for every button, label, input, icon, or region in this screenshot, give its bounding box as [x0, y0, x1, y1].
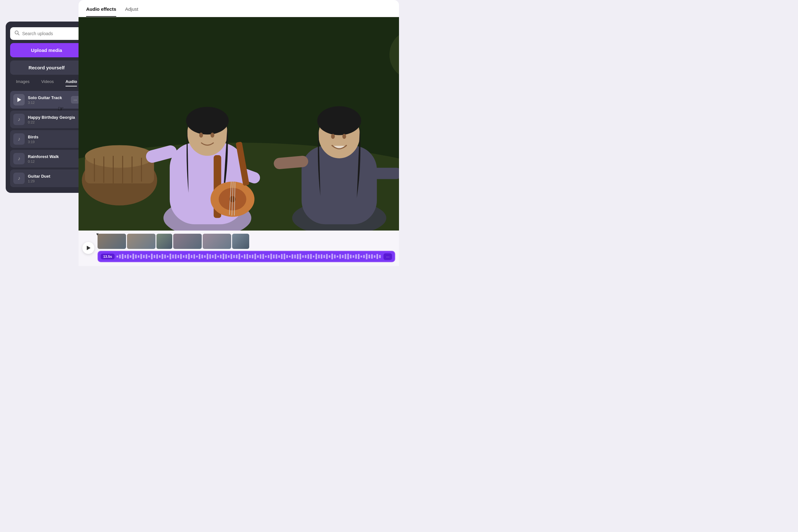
svg-rect-83 — [230, 254, 232, 259]
svg-rect-90 — [249, 255, 250, 258]
svg-rect-110 — [302, 255, 304, 258]
film-thumb — [97, 234, 126, 249]
svg-rect-134 — [366, 254, 367, 259]
audio-info: Birds 3:19 — [28, 135, 80, 144]
search-input[interactable] — [22, 31, 78, 36]
search-box[interactable] — [10, 27, 83, 40]
svg-rect-102 — [281, 254, 283, 259]
svg-rect-122 — [334, 254, 335, 259]
timeline-play-button[interactable] — [82, 242, 94, 254]
svg-rect-42 — [121, 254, 123, 259]
svg-point-21 — [186, 107, 229, 134]
list-item[interactable]: Solo Guitar Track 3:12 ··· ☞ — [10, 91, 83, 109]
film-thumb — [203, 234, 231, 249]
music-note-icon: ♪ — [13, 133, 25, 145]
svg-rect-132 — [360, 255, 362, 258]
svg-rect-88 — [244, 254, 245, 259]
svg-rect-107 — [294, 254, 296, 259]
timeline-wrapper: 13.5s — [97, 234, 395, 262]
svg-rect-44 — [127, 254, 129, 259]
audio-duration: 3:19 — [28, 140, 80, 144]
svg-rect-64 — [180, 254, 182, 259]
svg-rect-35 — [370, 168, 399, 179]
svg-rect-128 — [350, 254, 352, 259]
tab-audio-effects[interactable]: Audio effects — [86, 6, 116, 17]
timeline-area: ♥ 13.5s — [78, 230, 399, 266]
svg-rect-101 — [278, 255, 280, 258]
svg-point-39 — [342, 134, 346, 139]
svg-rect-111 — [305, 255, 306, 258]
svg-rect-127 — [347, 254, 349, 259]
right-tabs: Audio effects Adjust — [78, 0, 399, 17]
right-panel: Audio effects Adjust — [78, 0, 399, 266]
audio-duration: 3:12 — [28, 101, 68, 104]
svg-rect-73 — [204, 255, 206, 258]
svg-rect-125 — [342, 255, 344, 258]
svg-point-38 — [331, 134, 335, 139]
svg-rect-47 — [135, 254, 136, 259]
tab-videos[interactable]: Videos — [41, 79, 54, 87]
svg-rect-75 — [209, 254, 211, 259]
audio-duration: 0:22 — [28, 120, 80, 124]
svg-rect-61 — [172, 254, 173, 259]
music-note-icon: ♪ — [13, 114, 25, 125]
svg-rect-97 — [268, 255, 269, 258]
svg-rect-96 — [265, 255, 267, 258]
media-type-tabs: Images Videos Audio — [10, 79, 83, 87]
svg-rect-131 — [358, 254, 359, 259]
svg-rect-54 — [154, 255, 155, 258]
svg-rect-69 — [193, 254, 195, 259]
tab-images[interactable]: Images — [16, 79, 30, 87]
audio-name: Birds — [28, 135, 80, 139]
svg-rect-70 — [196, 255, 197, 258]
svg-rect-41 — [119, 254, 121, 259]
music-note-icon: ♪ — [13, 173, 25, 184]
svg-rect-78 — [217, 255, 219, 258]
svg-rect-129 — [353, 255, 354, 258]
svg-rect-81 — [225, 254, 227, 259]
search-icon — [15, 31, 20, 37]
svg-point-9 — [85, 145, 154, 168]
audio-name: Happy Birthday Georgia — [28, 115, 80, 120]
list-item[interactable]: ♪ Rainforest Walk 0:12 — [10, 150, 83, 168]
svg-rect-95 — [262, 254, 264, 259]
record-yourself-button[interactable]: Record yourself — [10, 60, 83, 75]
list-item[interactable]: ♪ Birds 3:19 — [10, 130, 83, 148]
svg-rect-49 — [140, 254, 142, 259]
tab-audio[interactable]: Audio — [65, 79, 77, 87]
svg-rect-82 — [228, 255, 229, 258]
svg-rect-124 — [339, 254, 341, 259]
svg-rect-120 — [329, 255, 330, 258]
audio-name: Solo Guitar Track — [28, 95, 68, 100]
svg-rect-71 — [198, 254, 200, 259]
svg-rect-76 — [212, 255, 213, 258]
svg-rect-139 — [379, 255, 381, 258]
svg-rect-106 — [291, 254, 293, 259]
svg-rect-89 — [246, 254, 248, 259]
svg-rect-93 — [257, 255, 259, 258]
audio-list: Solo Guitar Track 3:12 ··· ☞ ♪ Happy Bir… — [10, 91, 83, 187]
svg-rect-136 — [371, 254, 373, 259]
tab-adjust[interactable]: Adjust — [125, 6, 138, 17]
svg-rect-72 — [202, 254, 203, 259]
film-thumb — [127, 234, 155, 249]
audio-info: Rainforest Walk 0:12 — [28, 154, 80, 164]
svg-point-22 — [199, 133, 203, 138]
list-item[interactable]: ♪ Guitar Duet 1:29 — [10, 169, 83, 187]
audio-name: Rainforest Walk — [28, 154, 80, 159]
svg-rect-52 — [148, 255, 150, 258]
waveform-more-button[interactable]: ··· — [383, 253, 392, 260]
svg-rect-123 — [337, 255, 338, 258]
svg-rect-99 — [273, 254, 274, 259]
play-button[interactable] — [13, 94, 25, 106]
audio-info: Happy Birthday Georgia 0:22 — [28, 115, 80, 124]
svg-rect-108 — [297, 254, 298, 259]
upload-media-button[interactable]: Upload media — [10, 43, 83, 57]
waveform-track[interactable]: 13.5s — [97, 251, 395, 262]
waveform-visualization — [116, 253, 382, 260]
svg-rect-57 — [162, 254, 163, 259]
svg-rect-138 — [376, 254, 378, 259]
svg-rect-116 — [318, 254, 320, 259]
svg-rect-62 — [175, 254, 176, 259]
list-item[interactable]: ♪ Happy Birthday Georgia 0:22 — [10, 111, 83, 128]
